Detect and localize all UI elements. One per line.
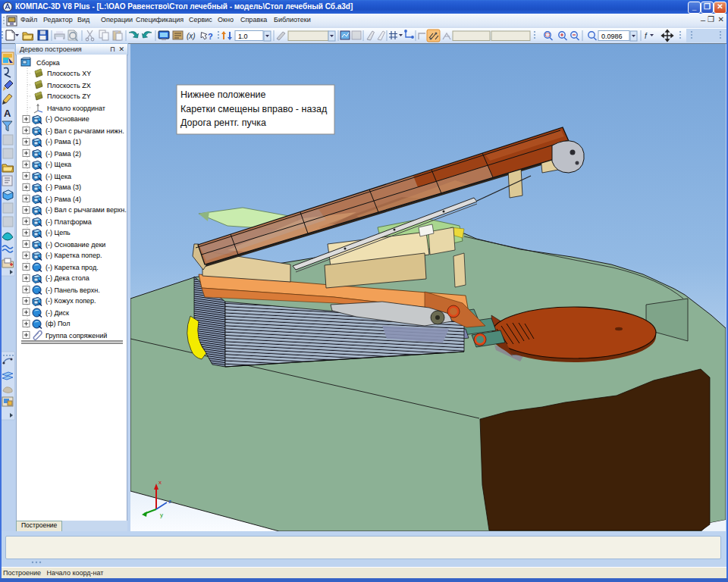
- svg-text:Дорога рентг. пучка: Дорога рентг. пучка: [180, 117, 266, 128]
- svg-text:(-) Панель верхн.: (-) Панель верхн.: [46, 286, 100, 294]
- svg-text:A: A: [4, 108, 11, 119]
- svg-text:f: f: [645, 32, 648, 40]
- svg-text:(-) Рама (4): (-) Рама (4): [46, 196, 81, 203]
- svg-text:(-) Каретка попер.: (-) Каретка попер.: [46, 252, 102, 259]
- svg-text:(-) Цепь: (-) Цепь: [46, 229, 71, 236]
- svg-text:Начало координат: Начало координат: [47, 105, 105, 112]
- svg-text:(x): (x): [187, 32, 196, 40]
- svg-text:y: y: [160, 512, 163, 518]
- svg-text:Каретки смещены вправо - назад: Каретки смещены вправо - назад: [180, 104, 328, 114]
- svg-text:Группа сопряжений: Группа сопряжений: [46, 332, 107, 340]
- svg-text:(-) Основание: (-) Основание: [46, 115, 89, 123]
- svg-text:x: x: [158, 479, 162, 486]
- svg-text:Плоскость XY: Плоскость XY: [47, 70, 91, 77]
- svg-text:0.0986: 0.0986: [601, 33, 623, 40]
- svg-text:(ф) Пол: (ф) Пол: [46, 320, 70, 327]
- svg-text:Сборка: Сборка: [36, 59, 60, 67]
- svg-text:(-) Кожух попер.: (-) Кожух попер.: [46, 297, 96, 305]
- svg-text:1.0: 1.0: [238, 33, 248, 40]
- svg-text:?: ?: [208, 32, 213, 41]
- svg-text:(-) Вал с рычагами верхн.: (-) Вал с рычагами верхн.: [46, 206, 127, 214]
- svg-text:(-) Щека: (-) Щека: [46, 161, 71, 168]
- svg-text:z: z: [168, 498, 171, 505]
- svg-text:(-) Вал с рычагами нижн.: (-) Вал с рычагами нижн.: [46, 127, 124, 135]
- svg-text:Плоскость ZX: Плоскость ZX: [47, 82, 91, 89]
- svg-text:(-) Каретка прод.: (-) Каретка прод.: [46, 264, 99, 271]
- svg-text:(-) Дека стола: (-) Дека стола: [46, 274, 89, 282]
- svg-text:(-) Рама (2): (-) Рама (2): [46, 150, 81, 158]
- svg-text:Плоскость ZY: Плоскость ZY: [47, 92, 91, 100]
- svg-text:(-) Основание деки: (-) Основание деки: [46, 241, 105, 249]
- svg-text:(-) Щека: (-) Щека: [46, 173, 71, 180]
- svg-text:(-) Диск: (-) Диск: [46, 309, 69, 317]
- svg-text:(-) Рама (1): (-) Рама (1): [46, 138, 81, 146]
- svg-text:Нижнее положение: Нижнее положение: [180, 89, 266, 100]
- svg-text:(-) Рама (3): (-) Рама (3): [46, 183, 81, 191]
- svg-text:(-) Платформа: (-) Платформа: [46, 218, 92, 226]
